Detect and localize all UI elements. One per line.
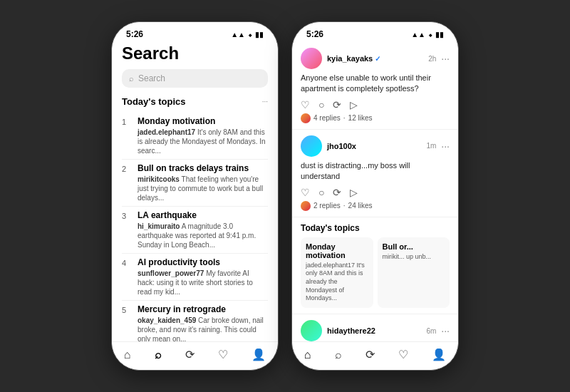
topic-num-1: 1 xyxy=(122,118,130,126)
topics-more[interactable]: ··· xyxy=(262,98,268,105)
post-more-1[interactable]: ··· xyxy=(441,53,450,64)
bottom-nav-2: ⌂ ⌕ ⟳ ♡ 👤 xyxy=(292,341,458,370)
topic-card-title-1: Monday motivation xyxy=(306,242,368,259)
post-time-1: 2h xyxy=(428,55,436,63)
topic-content-5: Mercury in retrograde okay_kaiden_459 Ca… xyxy=(138,304,268,341)
battery-icon-2: ▮▮ xyxy=(435,31,444,38)
nav-home-2[interactable]: ⌂ xyxy=(304,349,311,361)
post-more-2[interactable]: ··· xyxy=(441,140,450,152)
likes-1: 12 likes xyxy=(348,114,373,122)
topic-num-5: 5 xyxy=(122,306,130,314)
signal-icon: ▲▲ xyxy=(231,31,245,38)
comment-icon-2[interactable]: ○ xyxy=(318,187,324,198)
bottom-nav-1: ⌂ ⌕ ⟳ ♡ 👤 xyxy=(112,341,278,370)
topic-sub-1: jaded.elephant17 It's only 8AM and this … xyxy=(138,128,268,155)
topic-title-2: Bull on tracks delays trains xyxy=(138,163,268,173)
status-bar-1: 5:26 ▲▲ ⬥ ▮▮ xyxy=(112,22,278,42)
topics-section-header: Today's topics ··· xyxy=(122,96,268,107)
topic-title-4: AI productivity tools xyxy=(138,257,268,267)
share-icon-2[interactable]: ▷ xyxy=(350,187,358,198)
topic-item-3[interactable]: 3 LA earthquake hi_kimuraito A magnitude… xyxy=(122,207,268,254)
likes-2: 24 likes xyxy=(348,202,373,210)
search-icon: ⌕ xyxy=(129,74,134,83)
signal-icon-2: ▲▲ xyxy=(411,31,425,38)
verified-post-1: ✓ xyxy=(375,55,380,63)
phone-search: 5:26 ▲▲ ⬥ ▮▮ Search ⌕ Search Today's top… xyxy=(111,21,279,371)
topics-row-section: Today's topics Monday motivation jaded.e… xyxy=(292,217,458,314)
meta-avatar-1 xyxy=(301,113,311,123)
post-text-1: Anyone else unable to work until their a… xyxy=(301,73,450,95)
status-icons-1: ▲▲ ⬥ ▮▮ xyxy=(231,31,264,38)
nav-likes-1[interactable]: ♡ xyxy=(218,348,228,361)
battery-icon: ▮▮ xyxy=(255,31,264,38)
share-icon-1[interactable]: ▷ xyxy=(350,99,358,110)
repost-icon-1[interactable]: ⟳ xyxy=(333,99,341,110)
topic-card-2[interactable]: Bull or... mirikit... up unb... xyxy=(378,237,450,308)
page-title: Search xyxy=(122,43,268,63)
search-page: Search ⌕ Search Today's topics ··· 1 Mon… xyxy=(112,42,278,341)
topics-cards: Monday motivation jaded.elephant17 It's … xyxy=(301,237,450,308)
feed-post-1: kyia_kayaks ✓ 2h ··· Anyone else unable … xyxy=(292,42,458,130)
post-time-3: 6m xyxy=(426,327,436,335)
topic-content-3: LA earthquake hi_kimuraito A magnitude 3… xyxy=(138,210,268,249)
comment-icon-1[interactable]: ○ xyxy=(318,99,324,110)
nav-profile-2[interactable]: 👤 xyxy=(432,348,446,361)
topic-num-2: 2 xyxy=(122,165,130,173)
topic-item-1[interactable]: 1 Monday motivation jaded.elephant17 It'… xyxy=(122,113,268,160)
topic-card-sub-2: mirikit... up unb... xyxy=(383,253,445,262)
post-header-1: kyia_kayaks ✓ 2h ··· xyxy=(301,48,450,69)
post-avatar-2[interactable] xyxy=(301,135,322,157)
post-header-3: hidaythere22 6m ··· xyxy=(301,320,450,341)
post-avatar-1[interactable] xyxy=(301,48,322,69)
topic-item-2[interactable]: 2 Bull on tracks delays trains mirikitco… xyxy=(122,160,268,207)
post-meta-1: 4 replies · 12 likes xyxy=(301,113,450,123)
wifi-icon-2: ⬥ xyxy=(428,31,432,38)
like-icon-1[interactable]: ♡ xyxy=(301,99,310,110)
nav-repost-1[interactable]: ⟳ xyxy=(185,348,195,361)
topic-sub-2: mirikitcooks That feeling when you're ju… xyxy=(138,175,268,202)
nav-repost-2[interactable]: ⟳ xyxy=(366,348,375,361)
topic-item-4[interactable]: 4 AI productivity tools sunflower_power7… xyxy=(122,254,268,301)
topics-title: Today's topics xyxy=(122,96,186,107)
nav-likes-2[interactable]: ♡ xyxy=(398,348,408,361)
topic-item-5[interactable]: 5 Mercury in retrograde okay_kaiden_459 … xyxy=(122,301,268,341)
nav-profile-1[interactable]: 👤 xyxy=(252,348,266,361)
post-username-2: jho100x xyxy=(327,142,421,150)
wifi-icon: ⬥ xyxy=(248,31,252,38)
topic-content-2: Bull on tracks delays trains mirikitcook… xyxy=(138,163,268,202)
status-icons-2: ▲▲ ⬥ ▮▮ xyxy=(411,31,444,38)
post-text-2: dust is distracting...my boss will under… xyxy=(301,160,450,182)
nav-search-2[interactable]: ⌕ xyxy=(335,349,342,361)
topic-title-3: LA earthquake xyxy=(138,210,268,220)
topic-title-1: Monday motivation xyxy=(138,116,268,126)
topic-num-4: 4 xyxy=(122,259,130,267)
post-user-info-1: kyia_kayaks ✓ xyxy=(327,54,423,63)
post-username-1: kyia_kayaks ✓ xyxy=(327,54,423,63)
topics-row-title: Today's topics xyxy=(301,223,450,233)
status-time-2: 5:26 xyxy=(306,29,323,39)
meta-avatar-2 xyxy=(301,201,311,211)
topic-title-5: Mercury in retrograde xyxy=(138,304,268,314)
post-user-info-2: jho100x xyxy=(327,142,421,150)
feed-post-2: jho100x 1m ··· dust is distracting...my … xyxy=(292,130,458,217)
post-avatar-3[interactable] xyxy=(301,320,322,341)
topic-content-1: Monday motivation jaded.elephant17 It's … xyxy=(138,116,268,155)
post-username-3: hidaythere22 xyxy=(327,326,421,335)
repost-icon-2[interactable]: ⟳ xyxy=(333,187,341,198)
status-time-1: 5:26 xyxy=(126,29,143,39)
nav-search-1[interactable]: ⌕ xyxy=(155,349,162,361)
search-bar[interactable]: ⌕ Search xyxy=(122,69,268,88)
post-more-3[interactable]: ··· xyxy=(441,325,450,336)
search-placeholder: Search xyxy=(138,73,165,83)
post-header-2: jho100x 1m ··· xyxy=(301,135,450,157)
post-user-info-3: hidaythere22 xyxy=(327,326,421,335)
topic-sub-3: hi_kimuraito A magnitude 3.0 earthquake … xyxy=(138,222,268,249)
feed-page: kyia_kayaks ✓ 2h ··· Anyone else unable … xyxy=(292,42,458,341)
nav-home-1[interactable]: ⌂ xyxy=(124,349,131,361)
replies-1: 4 replies xyxy=(314,114,341,122)
post-actions-2: ♡ ○ ⟳ ▷ xyxy=(301,187,450,198)
post-meta-2: 2 replies · 24 likes xyxy=(301,201,450,211)
like-icon-2[interactable]: ♡ xyxy=(301,187,310,198)
topic-sub-5: okay_kaiden_459 Car broke down, nail bro… xyxy=(138,316,268,341)
topic-card-1[interactable]: Monday motivation jaded.elephant17 It's … xyxy=(301,237,373,308)
